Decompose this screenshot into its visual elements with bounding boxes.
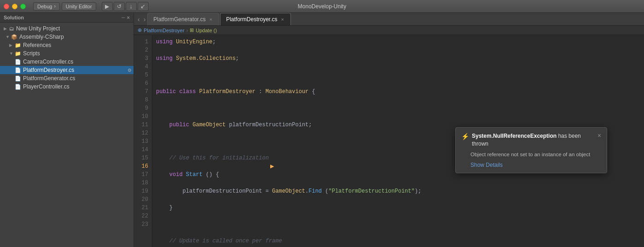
references-arrow: ▶ bbox=[9, 43, 15, 47]
ln-8: 8 bbox=[136, 96, 150, 104]
tab-prev-button[interactable]: ‹ bbox=[136, 16, 142, 23]
debug-button[interactable]: Debug › bbox=[33, 2, 60, 11]
code-line-3 bbox=[156, 71, 640, 79]
assembly-arrow: ▼ bbox=[6, 35, 11, 39]
breadcrumb-method[interactable]: Update () bbox=[196, 28, 217, 33]
minimize-button[interactable] bbox=[12, 4, 17, 9]
file-label-4: PlayerController.cs bbox=[23, 83, 70, 90]
file-label-selected: PlatformDestroyer.cs bbox=[23, 67, 74, 73]
references-node[interactable]: ▶ 📁 References bbox=[0, 41, 133, 49]
main-layout: Solution ─ × ▶ 🗂 New Unity Project ▼ 📦 A… bbox=[0, 13, 644, 247]
sidebar-header: Solution ─ × bbox=[0, 13, 133, 23]
assembly-icon: 📦 bbox=[11, 34, 17, 40]
file-platform-destroyer[interactable]: 📄 PlatformDestroyer.cs ⚙ bbox=[0, 66, 133, 74]
tab-label-generator: PlatformGenerator.cs bbox=[153, 16, 205, 23]
tab-close-destroyer[interactable]: × bbox=[280, 17, 285, 22]
ln-16: 16 bbox=[136, 162, 150, 171]
code-line-11: } bbox=[156, 204, 640, 212]
code-line-12 bbox=[156, 220, 640, 229]
step-over-button[interactable]: ↓ bbox=[126, 2, 137, 11]
unity-editor-button[interactable]: Unity Editor bbox=[62, 2, 96, 11]
project-label: New Unity Project bbox=[16, 25, 60, 32]
file-platform-generator[interactable]: 📄 PlatformGenerator.cs bbox=[0, 74, 133, 82]
breadcrumb-sep: › bbox=[186, 28, 188, 33]
scripts-label: Scripts bbox=[23, 50, 40, 57]
step-over-icon: ↓ bbox=[129, 3, 133, 10]
close-button[interactable] bbox=[4, 4, 9, 9]
breadcrumb-class[interactable]: PlatformDestroyer bbox=[144, 28, 185, 33]
tree-area: ▶ 🗂 New Unity Project ▼ 📦 Assembly-CShar… bbox=[0, 23, 133, 247]
restart-button[interactable]: ↺ bbox=[114, 2, 125, 11]
ln-14: 14 bbox=[136, 146, 150, 154]
sidebar: Solution ─ × ▶ 🗂 New Unity Project ▼ 📦 A… bbox=[0, 13, 134, 247]
ln-1: 1 bbox=[136, 38, 150, 46]
ln-2: 2 bbox=[136, 46, 150, 54]
breadcrumb-class-icon: ⊕ bbox=[138, 27, 142, 33]
file-player-controller[interactable]: 📄 PlayerController.cs bbox=[0, 82, 133, 91]
code-line-1: using UnityEngine; bbox=[156, 38, 640, 46]
ln-11: 11 bbox=[136, 121, 150, 129]
show-details-link[interactable]: Show Details bbox=[470, 162, 503, 168]
ln-10: 10 bbox=[136, 112, 150, 121]
project-node[interactable]: ▶ 🗂 New Unity Project bbox=[0, 24, 133, 33]
editor-area: ‹ › PlatformGenerator.cs × PlatformDestr… bbox=[134, 13, 644, 247]
step-in-button[interactable]: ↙ bbox=[138, 2, 149, 11]
ln-18: 18 bbox=[136, 179, 150, 187]
ln-17: 17 bbox=[136, 171, 150, 179]
code-line-10: platformDestructionPoint = GameObject.Fi… bbox=[156, 187, 640, 195]
tabs-bar: ‹ › PlatformGenerator.cs × PlatformDestr… bbox=[134, 13, 644, 26]
breadcrumb-method-icon: ⊞ bbox=[190, 27, 194, 33]
ln-7: 7 bbox=[136, 88, 150, 96]
file-actions-icon[interactable]: ⚙ bbox=[128, 68, 132, 73]
scripts-node[interactable]: ▼ 📁 Scripts bbox=[0, 49, 133, 58]
project-icon: 🗂 bbox=[9, 26, 14, 31]
tab-platform-generator[interactable]: PlatformGenerator.cs × bbox=[147, 13, 219, 25]
ln-23: 23 bbox=[136, 220, 150, 229]
collapse-icon[interactable]: ─ bbox=[122, 15, 125, 20]
solution-label: Solution bbox=[4, 15, 24, 20]
ln-12: 12 bbox=[136, 129, 150, 137]
ln-19: 19 bbox=[136, 187, 150, 195]
sidebar-header-icons: ─ × bbox=[122, 15, 130, 20]
run-button[interactable]: ▶ bbox=[102, 2, 113, 11]
cs-file-icon: 📄 bbox=[15, 59, 21, 65]
code-line-4: public class PlatformDestroyer : MonoBeh… bbox=[156, 88, 640, 96]
exception-close-button[interactable]: × bbox=[598, 132, 601, 139]
exception-icon: ⚡ bbox=[461, 133, 469, 140]
code-line-2: using System.Collections; bbox=[156, 54, 640, 63]
maximize-button[interactable] bbox=[20, 4, 26, 9]
tab-label-destroyer: PlatformDestroyer.cs bbox=[226, 16, 277, 23]
tab-platform-destroyer[interactable]: PlatformDestroyer.cs × bbox=[220, 13, 291, 25]
tab-close-generator[interactable]: × bbox=[209, 17, 213, 22]
exception-popup: ⚡ System.NullReferenceException has been… bbox=[455, 127, 607, 173]
unity-editor-label: Unity Editor bbox=[66, 4, 92, 9]
ln-9: 9 bbox=[136, 104, 150, 112]
references-icon: 📁 bbox=[15, 42, 21, 48]
debug-chevron: › bbox=[54, 4, 55, 9]
scripts-arrow: ▼ bbox=[9, 51, 15, 56]
code-line-13: // Update is called once per frame bbox=[156, 237, 640, 245]
close-sidebar-icon[interactable]: × bbox=[127, 15, 130, 20]
titlebar: Debug › Unity Editor ▶ ↺ ↓ ↙ MonoDevelop… bbox=[0, 0, 644, 13]
ln-15: 15 bbox=[136, 154, 150, 162]
cs-file-icon-2: 📄 bbox=[15, 67, 21, 73]
ln-3: 3 bbox=[136, 54, 150, 63]
assembly-node[interactable]: ▼ 📦 Assembly-CSharp bbox=[0, 33, 133, 41]
ln-22: 22 bbox=[136, 212, 150, 220]
references-label: References bbox=[23, 42, 51, 48]
line-numbers: 1 2 3 4 5 6 7 8 9 10 11 12 13 14 15 16 1… bbox=[134, 35, 152, 247]
code-area: 1 2 3 4 5 6 7 8 9 10 11 12 13 14 15 16 1… bbox=[134, 35, 644, 247]
ln-6: 6 bbox=[136, 79, 150, 88]
project-arrow: ▶ bbox=[4, 26, 9, 31]
file-camera-controller[interactable]: 📄 CameraController.cs bbox=[0, 58, 133, 66]
cs-file-icon-4: 📄 bbox=[15, 84, 21, 90]
exception-type: System.NullReferenceException bbox=[472, 133, 557, 139]
ln-20: 20 bbox=[136, 195, 150, 204]
restart-icon: ↺ bbox=[117, 3, 122, 10]
assembly-label: Assembly-CSharp bbox=[19, 34, 64, 40]
breadcrumb-bar: ⊕ PlatformDestroyer › ⊞ Update () bbox=[134, 26, 644, 35]
tab-next-button[interactable]: › bbox=[142, 16, 148, 23]
exception-title-row: ⚡ System.NullReferenceException has been… bbox=[461, 132, 601, 148]
cs-file-icon-3: 📄 bbox=[15, 76, 21, 82]
exception-title-text: System.NullReferenceException has been t… bbox=[472, 132, 598, 148]
